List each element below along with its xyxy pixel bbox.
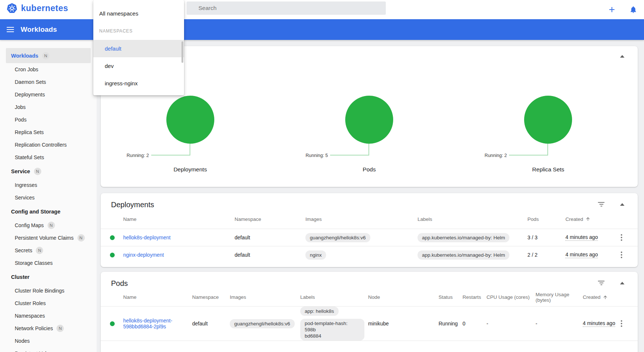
menu-button[interactable] (7, 27, 14, 32)
bell-icon (629, 6, 637, 14)
pod-name-link[interactable]: hellok8s-deployment-598bbd6884-2pl9s (123, 318, 188, 329)
pie-callout-label: Running: 2 (485, 153, 507, 158)
cell-namespace: default (192, 321, 230, 327)
filter-icon[interactable] (598, 281, 605, 285)
pie-running-replica-sets (524, 96, 572, 144)
sidebar-item-namespaces[interactable]: Namespaces (0, 310, 97, 322)
cell-restarts: 0 (463, 321, 487, 327)
column-header-memory-usage[interactable]: Memory Usage (bytes) (536, 292, 583, 303)
new-badge: N (42, 52, 49, 59)
create-resource-button[interactable] (607, 5, 617, 14)
column-header-name[interactable]: Name (123, 294, 192, 300)
sidebar-item-cluster-role-bindings[interactable]: Cluster Role Bindings (0, 284, 97, 297)
chart-caption: Pods (280, 166, 458, 173)
sort-ascending-icon (603, 295, 608, 300)
sidebar-item-service[interactable]: Service N (0, 164, 97, 179)
cell-memory-usage: - (536, 321, 583, 327)
sidebar-item-network-policies[interactable]: Network Policies N (0, 322, 97, 335)
pie-callout-label: Running: 2 (127, 153, 149, 158)
deployments-table-header: Name Namespace Images Labels Pods Create… (101, 209, 638, 229)
sidebar-item-cluster-roles[interactable]: Cluster Roles (0, 297, 97, 310)
search-input[interactable] (187, 1, 386, 15)
column-header-created[interactable]: Created (565, 216, 619, 222)
image-chip: nginx (305, 250, 326, 260)
pie-callout-line (151, 144, 190, 156)
sidebar-item-daemon-sets[interactable]: Daemon Sets (0, 76, 97, 88)
column-header-status[interactable]: Status (439, 294, 463, 300)
sidebar-item-persistent-volumes[interactable]: Persistent Volumes (0, 347, 97, 352)
status-ok-icon (110, 321, 115, 326)
chart-caption: Replica Sets (459, 166, 638, 173)
column-header-images[interactable]: Images (305, 216, 418, 222)
row-actions-menu-icon[interactable] (619, 250, 624, 260)
namespace-dropdown-menu: All namespaces NAMESPACES default dev in… (93, 0, 184, 95)
collapse-card-icon[interactable] (620, 282, 624, 284)
kubernetes-dashboard: kubernetes Workloads Workloads N Cron Jo… (0, 0, 644, 352)
cell-cpu-usage: - (487, 321, 536, 327)
row-actions-menu-icon[interactable] (619, 319, 624, 328)
pod-row: hellok8s-deployment-598bbd6884-2pl9s def… (101, 306, 638, 341)
kubernetes-wheel-icon (7, 3, 17, 14)
cell-namespace: default (235, 235, 305, 240)
pie-callout-line (509, 144, 548, 156)
sidebar-item-ingresses[interactable]: Ingresses (0, 179, 97, 191)
sidebar-item-persistent-volume-claims[interactable]: Persistent Volume Claims N (0, 232, 97, 244)
kubernetes-logo[interactable]: kubernetes (7, 3, 68, 14)
sidebar-item-config-maps[interactable]: Config Maps N (0, 219, 97, 232)
notifications-button[interactable] (629, 5, 638, 14)
label-chip: app.kubernetes.io/managed-by: Helm (418, 233, 509, 242)
deployment-name-link[interactable]: hellok8s-deployment (123, 235, 170, 240)
cell-pods: 3 / 3 (527, 235, 565, 240)
sidebar-item-deployments[interactable]: Deployments (0, 88, 97, 101)
deployment-row: nginx-deployment default nginx app.kuber… (101, 246, 638, 263)
header-actions (607, 0, 638, 19)
column-header-name[interactable]: Name (123, 216, 235, 222)
sidebar-item-stateful-sets[interactable]: Stateful Sets (0, 151, 97, 164)
new-badge: N (34, 168, 41, 175)
namespace-option-default[interactable]: default (93, 40, 184, 57)
sidebar-item-cluster[interactable]: Cluster (0, 269, 97, 284)
page-title: Workloads (21, 25, 57, 34)
sidebar-item-secrets[interactable]: Secrets N (0, 244, 97, 257)
cell-created: 4 minutes ago (565, 234, 598, 241)
sidebar-item-cron-jobs[interactable]: Cron Jobs (0, 63, 97, 76)
collapse-card-icon[interactable] (620, 203, 624, 206)
column-header-restarts[interactable]: Restarts (463, 294, 487, 300)
filter-icon[interactable] (598, 202, 605, 206)
namespace-option-all[interactable]: All namespaces (93, 4, 184, 22)
namespace-option-ingress-nginx[interactable]: ingress-nginx (93, 75, 184, 92)
sidebar-item-storage-classes[interactable]: Storage Classes (0, 257, 97, 269)
sidebar-item-replica-sets[interactable]: Replica Sets (0, 126, 97, 139)
pie-running-pods (345, 96, 393, 144)
column-header-namespace[interactable]: Namespace (235, 216, 305, 222)
sidebar-item-workloads[interactable]: Workloads N (6, 48, 91, 63)
sidebar-item-replication-controllers[interactable]: Replication Controllers (0, 139, 97, 151)
labels-stack: app: hellok8s pod-template-hash: 598b bd… (300, 307, 364, 341)
column-header-namespace[interactable]: Namespace (192, 294, 230, 300)
column-header-images[interactable]: Images (230, 294, 300, 300)
deployment-name-link[interactable]: nginx-deployment (123, 252, 164, 258)
column-header-labels[interactable]: Labels (300, 294, 368, 300)
column-header-created[interactable]: Created (583, 294, 619, 300)
sidebar-item-services[interactable]: Services (0, 191, 97, 204)
sidebar-item-label: Workloads (11, 53, 38, 59)
namespace-option-dev[interactable]: dev (93, 57, 184, 75)
sidebar-item-pods[interactable]: Pods (0, 113, 97, 126)
column-header-labels[interactable]: Labels (418, 216, 527, 222)
sidebar-item-nodes[interactable]: Nodes (0, 335, 97, 347)
sidebar-item-jobs[interactable]: Jobs (0, 101, 97, 113)
sidebar-nav: Workloads N Cron Jobs Daemon Sets Deploy… (0, 40, 97, 352)
label-chip: app.kubernetes.io/managed-by: Helm (418, 250, 509, 260)
column-header-node[interactable]: Node (368, 294, 439, 300)
label-chip: pod-template-hash: 598b bd6884 (300, 319, 364, 341)
pie-running-deployments (166, 96, 214, 144)
new-badge: N (36, 247, 43, 254)
column-header-pods[interactable]: Pods (527, 216, 565, 222)
deployment-row: hellok8s-deployment default guangzhengli… (101, 229, 638, 246)
row-actions-menu-icon[interactable] (619, 233, 624, 242)
dropdown-scrollbar[interactable] (181, 41, 183, 63)
column-header-cpu-usage[interactable]: CPU Usage (cores) (487, 294, 536, 300)
sort-ascending-icon (585, 216, 591, 222)
image-chip: guangzhengli/hellok8s:v6 (230, 319, 295, 328)
sidebar-item-config-and-storage[interactable]: Config and Storage (0, 204, 97, 219)
